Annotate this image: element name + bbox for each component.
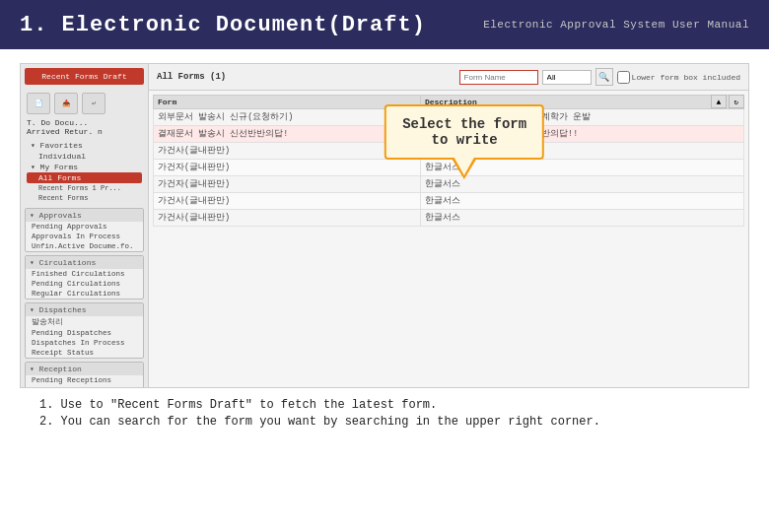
sidebar-item-dispatches-in-process[interactable]: Dispatches In Process bbox=[26, 338, 143, 348]
sidebar-item-pending-approvals[interactable]: Pending Approvals bbox=[26, 222, 143, 232]
sidebar-group-approvals: ▾ Approvals Pending Approvals Approvals … bbox=[25, 208, 144, 252]
sidebar-item-finished-circ[interactable]: Finished Circulations bbox=[26, 269, 143, 279]
main-content: Recent Forms Draft 📄 📥 ↩ T. Do Docu... A… bbox=[0, 49, 769, 447]
sidebar-item-balsongchori[interactable]: 발송처리 bbox=[26, 316, 143, 328]
sidebar-group-dispatches-header: ▾ Dispatches bbox=[26, 303, 143, 316]
table-row[interactable]: 가건사(글내판만)한글서스 bbox=[154, 193, 744, 210]
todo-icon[interactable]: 📄 bbox=[27, 93, 50, 114]
sidebar-item-individual[interactable]: Individual bbox=[27, 151, 142, 162]
label-arrived: Arrived Retur. n bbox=[27, 127, 103, 136]
panel-title: All Forms (1) bbox=[157, 72, 226, 82]
sidebar-group-reception-header: ▾ Reception bbox=[26, 363, 143, 375]
callout-arrow-inner bbox=[454, 158, 474, 175]
sidebar-group-circulations-header: ▾ Circulations bbox=[26, 256, 143, 269]
header: 1. Electronic Document(Draft) Electronic… bbox=[0, 0, 769, 49]
lower-form-checkbox[interactable] bbox=[617, 71, 630, 84]
table-row[interactable]: 가건사(글내판만)한글서스 bbox=[154, 210, 744, 227]
form-type-select[interactable]: All bbox=[542, 70, 592, 85]
sidebar-group-reception: ▾ Reception Pending Receptions Returned … bbox=[25, 362, 144, 387]
right-panel: All Forms (1) All 🔍 Lower form box inclu… bbox=[149, 64, 748, 387]
search-button[interactable]: 🔍 bbox=[595, 68, 613, 86]
table-area: ▲ ↻ Form Description 외부문서 발송시 신규(요청하기)외부… bbox=[149, 91, 748, 387]
cell-form: 가건사(글내판만) bbox=[154, 210, 421, 227]
header-subtitle: Electronic Approval System User Manual bbox=[483, 19, 749, 31]
sidebar-item-regular-circ[interactable]: Regular Circulations bbox=[26, 289, 143, 299]
cell-form: 가건사(글내판만) bbox=[154, 193, 421, 210]
sidebar-item-recent1[interactable]: Recent Forms 1 Pr... bbox=[27, 183, 142, 193]
search-input[interactable] bbox=[459, 70, 538, 85]
sidebar-icon-labels: T. Do Docu... Arrived Retur. n bbox=[21, 118, 148, 138]
scroll-up-button[interactable]: ▲ bbox=[711, 95, 727, 108]
sidebar-item-pending-dispatches[interactable]: Pending Dispatches bbox=[26, 328, 143, 338]
scroll-buttons: ▲ ↻ bbox=[711, 95, 744, 108]
sidebar-item-pending-receptions[interactable]: Pending Receptions bbox=[26, 375, 143, 385]
sidebar-group-circulations: ▾ Circulations Finished Circulations Pen… bbox=[25, 255, 144, 299]
cell-form: 가건자(글내판만) bbox=[154, 160, 421, 176]
col-form: Form bbox=[154, 96, 421, 109]
cell-form: 가건자(글내판만) bbox=[154, 176, 421, 193]
sidebar-item-recent2[interactable]: Recent Forms bbox=[27, 193, 142, 203]
callout-box: Select the formto write bbox=[384, 104, 544, 160]
left-sidebar: Recent Forms Draft 📄 📥 ↩ T. Do Docu... A… bbox=[21, 64, 149, 387]
sidebar-icons-row: 📄 📥 ↩ bbox=[21, 89, 148, 118]
return-icon[interactable]: ↩ bbox=[82, 93, 105, 114]
scroll-refresh-button[interactable]: ↻ bbox=[729, 95, 744, 108]
sidebar-item-receipt-status[interactable]: Receipt Status bbox=[26, 348, 143, 358]
sidebar-item-allforms[interactable]: All Forms bbox=[27, 172, 142, 183]
cell-description: 한글서스 bbox=[420, 193, 743, 210]
sidebar-group-dispatches: ▾ Dispatches 발송처리 Pending Dispatches Dis… bbox=[25, 302, 144, 359]
page-title: 1. Electronic Document(Draft) bbox=[20, 13, 426, 37]
screenshot-area: Recent Forms Draft 📄 📥 ↩ T. Do Docu... A… bbox=[20, 63, 749, 388]
table-row[interactable]: 가건자(글내판만)한글서스 bbox=[154, 160, 744, 176]
search-controls: All 🔍 Lower form box included bbox=[459, 68, 740, 86]
checkbox-row: Lower form box included bbox=[617, 71, 740, 84]
cell-description: 한글서스 bbox=[420, 210, 743, 227]
sidebar-item-unfinished-active[interactable]: Unfin.Active Docume.fo. bbox=[26, 241, 143, 251]
sidebar-item-approvals-in-process[interactable]: Approvals In Process bbox=[26, 232, 143, 241]
callout-text: Select the formto write bbox=[402, 116, 526, 148]
checkbox-label: Lower form box included bbox=[632, 73, 740, 82]
sidebar-nav-section: ▾ Favorites Individual ▾ My Forms All Fo… bbox=[21, 138, 148, 205]
footer-note-1: 1. Use to "Recent Forms Draft" to fetch … bbox=[39, 398, 730, 412]
label-todo: T. Do Docu... bbox=[27, 118, 88, 127]
sidebar-item-returned-receptions[interactable]: Returned Receptions bbox=[26, 385, 143, 387]
sidebar-group-approvals-header: ▾ Approvals bbox=[26, 209, 143, 222]
table-row[interactable]: 가건자(글내판만)한글서스 bbox=[154, 176, 744, 193]
cell-form: 외부문서 발송시 신규(요청하기) bbox=[154, 109, 421, 126]
footer-notes: 1. Use to "Recent Forms Draft" to fetch … bbox=[20, 388, 749, 437]
right-top-bar: All Forms (1) All 🔍 Lower form box inclu… bbox=[149, 64, 748, 91]
arrived-icon[interactable]: 📥 bbox=[54, 93, 78, 114]
recent-forms-draft-button[interactable]: Recent Forms Draft bbox=[25, 68, 144, 85]
sidebar-item-favorites[interactable]: ▾ Favorites bbox=[27, 140, 142, 151]
cell-form: 가건사(글내판만) bbox=[154, 143, 421, 160]
sidebar-item-pending-circ[interactable]: Pending Circulations bbox=[26, 279, 143, 289]
sidebar-item-myforms[interactable]: ▾ My Forms bbox=[27, 162, 142, 172]
footer-note-2: 2. You can search for the form you want … bbox=[39, 415, 730, 429]
cell-form: 결재문서 발송시 신선반반의답! bbox=[154, 126, 421, 143]
